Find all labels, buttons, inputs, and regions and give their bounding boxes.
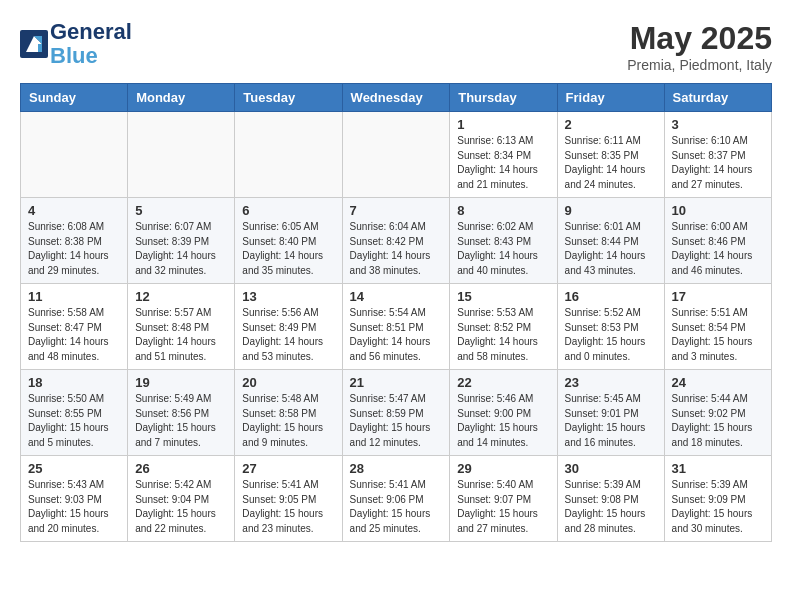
day-number: 6 xyxy=(242,203,334,218)
calendar-week-2: 4Sunrise: 6:08 AMSunset: 8:38 PMDaylight… xyxy=(21,198,772,284)
day-number: 10 xyxy=(672,203,764,218)
day-info: Sunrise: 6:05 AMSunset: 8:40 PMDaylight:… xyxy=(242,220,334,278)
calendar-cell: 28Sunrise: 5:41 AMSunset: 9:06 PMDayligh… xyxy=(342,456,450,542)
column-header-friday: Friday xyxy=(557,84,664,112)
day-number: 15 xyxy=(457,289,549,304)
day-info: Sunrise: 5:54 AMSunset: 8:51 PMDaylight:… xyxy=(350,306,443,364)
calendar-cell: 14Sunrise: 5:54 AMSunset: 8:51 PMDayligh… xyxy=(342,284,450,370)
calendar-cell: 1Sunrise: 6:13 AMSunset: 8:34 PMDaylight… xyxy=(450,112,557,198)
day-number: 2 xyxy=(565,117,657,132)
day-info: Sunrise: 5:57 AMSunset: 8:48 PMDaylight:… xyxy=(135,306,227,364)
day-info: Sunrise: 6:07 AMSunset: 8:39 PMDaylight:… xyxy=(135,220,227,278)
day-info: Sunrise: 5:48 AMSunset: 8:58 PMDaylight:… xyxy=(242,392,334,450)
column-header-monday: Monday xyxy=(128,84,235,112)
day-info: Sunrise: 6:08 AMSunset: 8:38 PMDaylight:… xyxy=(28,220,120,278)
calendar-cell xyxy=(235,112,342,198)
day-number: 8 xyxy=(457,203,549,218)
day-info: Sunrise: 5:58 AMSunset: 8:47 PMDaylight:… xyxy=(28,306,120,364)
calendar-cell: 9Sunrise: 6:01 AMSunset: 8:44 PMDaylight… xyxy=(557,198,664,284)
column-header-wednesday: Wednesday xyxy=(342,84,450,112)
calendar-cell: 22Sunrise: 5:46 AMSunset: 9:00 PMDayligh… xyxy=(450,370,557,456)
logo-text: GeneralBlue xyxy=(50,20,132,68)
calendar-cell: 15Sunrise: 5:53 AMSunset: 8:52 PMDayligh… xyxy=(450,284,557,370)
day-info: Sunrise: 5:49 AMSunset: 8:56 PMDaylight:… xyxy=(135,392,227,450)
calendar-cell: 8Sunrise: 6:02 AMSunset: 8:43 PMDaylight… xyxy=(450,198,557,284)
day-number: 5 xyxy=(135,203,227,218)
day-number: 28 xyxy=(350,461,443,476)
month-title: May 2025 xyxy=(627,20,772,57)
day-number: 1 xyxy=(457,117,549,132)
day-info: Sunrise: 5:51 AMSunset: 8:54 PMDaylight:… xyxy=(672,306,764,364)
calendar-header-row: SundayMondayTuesdayWednesdayThursdayFrid… xyxy=(21,84,772,112)
day-number: 13 xyxy=(242,289,334,304)
column-header-sunday: Sunday xyxy=(21,84,128,112)
calendar-cell: 16Sunrise: 5:52 AMSunset: 8:53 PMDayligh… xyxy=(557,284,664,370)
calendar-week-4: 18Sunrise: 5:50 AMSunset: 8:55 PMDayligh… xyxy=(21,370,772,456)
day-number: 7 xyxy=(350,203,443,218)
calendar-cell xyxy=(128,112,235,198)
day-info: Sunrise: 5:41 AMSunset: 9:06 PMDaylight:… xyxy=(350,478,443,536)
calendar-cell: 31Sunrise: 5:39 AMSunset: 9:09 PMDayligh… xyxy=(664,456,771,542)
calendar-cell: 6Sunrise: 6:05 AMSunset: 8:40 PMDaylight… xyxy=(235,198,342,284)
day-number: 20 xyxy=(242,375,334,390)
calendar-week-1: 1Sunrise: 6:13 AMSunset: 8:34 PMDaylight… xyxy=(21,112,772,198)
calendar-cell: 12Sunrise: 5:57 AMSunset: 8:48 PMDayligh… xyxy=(128,284,235,370)
calendar-cell: 13Sunrise: 5:56 AMSunset: 8:49 PMDayligh… xyxy=(235,284,342,370)
calendar-cell: 20Sunrise: 5:48 AMSunset: 8:58 PMDayligh… xyxy=(235,370,342,456)
day-number: 19 xyxy=(135,375,227,390)
column-header-saturday: Saturday xyxy=(664,84,771,112)
calendar-cell: 3Sunrise: 6:10 AMSunset: 8:37 PMDaylight… xyxy=(664,112,771,198)
calendar-cell: 26Sunrise: 5:42 AMSunset: 9:04 PMDayligh… xyxy=(128,456,235,542)
calendar-cell: 11Sunrise: 5:58 AMSunset: 8:47 PMDayligh… xyxy=(21,284,128,370)
calendar-cell: 2Sunrise: 6:11 AMSunset: 8:35 PMDaylight… xyxy=(557,112,664,198)
day-info: Sunrise: 6:13 AMSunset: 8:34 PMDaylight:… xyxy=(457,134,549,192)
day-number: 25 xyxy=(28,461,120,476)
day-info: Sunrise: 5:52 AMSunset: 8:53 PMDaylight:… xyxy=(565,306,657,364)
calendar-cell: 7Sunrise: 6:04 AMSunset: 8:42 PMDaylight… xyxy=(342,198,450,284)
day-number: 24 xyxy=(672,375,764,390)
day-info: Sunrise: 5:39 AMSunset: 9:08 PMDaylight:… xyxy=(565,478,657,536)
day-number: 17 xyxy=(672,289,764,304)
day-number: 21 xyxy=(350,375,443,390)
day-info: Sunrise: 5:39 AMSunset: 9:09 PMDaylight:… xyxy=(672,478,764,536)
calendar-cell: 5Sunrise: 6:07 AMSunset: 8:39 PMDaylight… xyxy=(128,198,235,284)
day-number: 3 xyxy=(672,117,764,132)
calendar-cell: 18Sunrise: 5:50 AMSunset: 8:55 PMDayligh… xyxy=(21,370,128,456)
location: Premia, Piedmont, Italy xyxy=(627,57,772,73)
day-number: 29 xyxy=(457,461,549,476)
day-number: 14 xyxy=(350,289,443,304)
day-number: 16 xyxy=(565,289,657,304)
calendar-table: SundayMondayTuesdayWednesdayThursdayFrid… xyxy=(20,83,772,542)
day-number: 12 xyxy=(135,289,227,304)
day-number: 22 xyxy=(457,375,549,390)
day-info: Sunrise: 6:01 AMSunset: 8:44 PMDaylight:… xyxy=(565,220,657,278)
day-info: Sunrise: 6:02 AMSunset: 8:43 PMDaylight:… xyxy=(457,220,549,278)
day-info: Sunrise: 5:45 AMSunset: 9:01 PMDaylight:… xyxy=(565,392,657,450)
calendar-cell: 30Sunrise: 5:39 AMSunset: 9:08 PMDayligh… xyxy=(557,456,664,542)
day-number: 11 xyxy=(28,289,120,304)
day-info: Sunrise: 5:46 AMSunset: 9:00 PMDaylight:… xyxy=(457,392,549,450)
title-block: May 2025 Premia, Piedmont, Italy xyxy=(627,20,772,73)
day-number: 27 xyxy=(242,461,334,476)
day-info: Sunrise: 5:42 AMSunset: 9:04 PMDaylight:… xyxy=(135,478,227,536)
day-info: Sunrise: 5:40 AMSunset: 9:07 PMDaylight:… xyxy=(457,478,549,536)
page-header: GeneralBlue May 2025 Premia, Piedmont, I… xyxy=(20,20,772,73)
day-number: 4 xyxy=(28,203,120,218)
day-info: Sunrise: 5:56 AMSunset: 8:49 PMDaylight:… xyxy=(242,306,334,364)
calendar-cell: 4Sunrise: 6:08 AMSunset: 8:38 PMDaylight… xyxy=(21,198,128,284)
day-number: 31 xyxy=(672,461,764,476)
calendar-cell: 24Sunrise: 5:44 AMSunset: 9:02 PMDayligh… xyxy=(664,370,771,456)
day-number: 9 xyxy=(565,203,657,218)
calendar-week-3: 11Sunrise: 5:58 AMSunset: 8:47 PMDayligh… xyxy=(21,284,772,370)
day-info: Sunrise: 6:11 AMSunset: 8:35 PMDaylight:… xyxy=(565,134,657,192)
day-info: Sunrise: 5:44 AMSunset: 9:02 PMDaylight:… xyxy=(672,392,764,450)
day-info: Sunrise: 6:10 AMSunset: 8:37 PMDaylight:… xyxy=(672,134,764,192)
calendar-cell xyxy=(21,112,128,198)
calendar-cell: 21Sunrise: 5:47 AMSunset: 8:59 PMDayligh… xyxy=(342,370,450,456)
day-number: 26 xyxy=(135,461,227,476)
day-info: Sunrise: 5:50 AMSunset: 8:55 PMDaylight:… xyxy=(28,392,120,450)
day-info: Sunrise: 5:43 AMSunset: 9:03 PMDaylight:… xyxy=(28,478,120,536)
logo: GeneralBlue xyxy=(20,20,132,68)
logo-icon xyxy=(20,30,48,58)
day-info: Sunrise: 6:00 AMSunset: 8:46 PMDaylight:… xyxy=(672,220,764,278)
